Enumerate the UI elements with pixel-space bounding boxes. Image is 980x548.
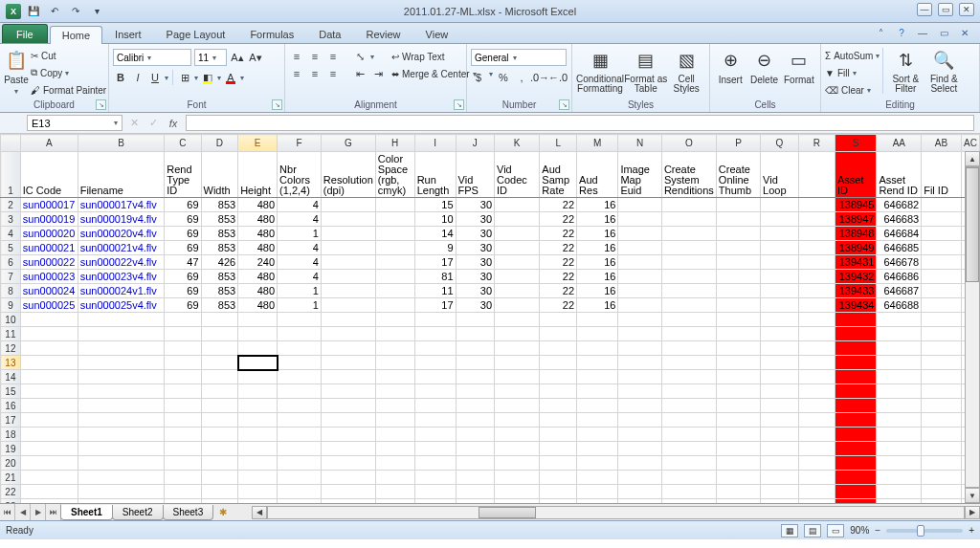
cell[interactable] [716,399,760,413]
cell[interactable] [321,442,375,456]
cell[interactable] [798,284,835,298]
cell[interactable]: 4 [278,241,322,255]
cell[interactable] [540,442,577,456]
cell[interactable] [798,255,835,270]
cell[interactable] [375,270,414,284]
mdi-restore-button[interactable]: ▭ [936,26,951,39]
cell[interactable] [495,313,540,327]
dialog-launcher-icon[interactable]: ↘ [96,99,106,110]
cell[interactable] [238,442,278,456]
cell[interactable] [922,198,962,212]
cell[interactable] [375,298,414,313]
cell[interactable] [661,442,716,456]
cell[interactable] [165,384,201,399]
cell[interactable] [375,341,414,356]
scroll-up-button[interactable]: ▲ [965,151,980,166]
name-box[interactable]: E13▾ [27,115,122,131]
cell[interactable] [456,499,494,504]
column-header[interactable]: L [540,135,577,152]
cell[interactable] [922,471,962,485]
cell[interactable] [835,413,877,427]
cell[interactable] [798,241,835,255]
cell[interactable] [456,427,494,442]
cell[interactable] [495,212,540,227]
cell[interactable] [238,384,278,399]
cell[interactable]: 646678 [877,255,922,270]
column-header[interactable]: AB [922,135,962,152]
cell[interactable] [922,384,962,399]
header-cell[interactable]: Resolution (dpi) [321,152,375,198]
cell[interactable] [414,471,456,485]
cell[interactable] [414,313,456,327]
cell[interactable] [922,313,962,327]
cell[interactable]: 480 [238,284,278,298]
cell[interactable] [165,427,201,442]
cell[interactable]: 22 [540,227,577,241]
cell[interactable] [877,456,922,471]
cell[interactable] [201,327,238,341]
orientation-button[interactable]: ⤡ [352,49,368,64]
cell[interactable] [716,313,760,327]
cell[interactable] [165,313,201,327]
cell[interactable] [761,298,798,313]
cell[interactable]: sun000017 [20,198,78,212]
cell[interactable]: 853 [201,241,238,255]
cell[interactable]: 4 [278,255,322,270]
font-name-combo[interactable]: Calibri▾ [113,49,191,66]
cell[interactable] [835,499,877,504]
cell[interactable]: sun000021v4.flv [78,241,165,255]
cell[interactable] [716,442,760,456]
cell[interactable] [540,327,577,341]
scroll-left-button[interactable]: ◀ [252,506,267,519]
cell[interactable] [495,241,540,255]
cell[interactable]: 16 [577,270,618,284]
row-header[interactable]: 22 [1,485,21,499]
cell[interactable] [618,255,662,270]
cell[interactable] [716,499,760,504]
cell[interactable] [78,399,165,413]
cell[interactable] [201,456,238,471]
cell[interactable]: 22 [540,241,577,255]
cell[interactable] [761,456,798,471]
column-header[interactable]: P [716,135,760,152]
cell[interactable] [716,485,760,499]
cell[interactable] [761,212,798,227]
cell[interactable] [761,442,798,456]
cell[interactable] [716,370,760,384]
cell[interactable] [201,370,238,384]
cell[interactable] [618,399,662,413]
cell[interactable] [238,485,278,499]
cell[interactable] [321,499,375,504]
cell[interactable] [495,442,540,456]
cell[interactable] [661,212,716,227]
cell[interactable]: 69 [165,227,201,241]
cell[interactable] [922,485,962,499]
cell[interactable] [456,313,494,327]
row-header[interactable]: 4 [1,227,21,241]
cell[interactable] [375,227,414,241]
vertical-scrollbar[interactable]: ▲ ▼ [965,151,980,503]
cell[interactable] [414,370,456,384]
sheet-tab-sheet2[interactable]: Sheet2 [112,505,164,520]
cell[interactable] [375,442,414,456]
cell[interactable] [78,356,165,370]
select-all-corner[interactable] [1,135,21,152]
cell[interactable] [922,255,962,270]
cell[interactable] [618,241,662,255]
cell[interactable] [577,442,618,456]
cell[interactable] [577,499,618,504]
zoom-out-button[interactable]: − [875,525,880,536]
cell[interactable] [78,341,165,356]
cell[interactable] [20,427,78,442]
cell[interactable] [877,356,922,370]
cell[interactable] [761,356,798,370]
cell[interactable]: sun000017v4.flv [78,198,165,212]
header-cell[interactable]: Vid FPS [456,152,494,198]
cell[interactable] [661,327,716,341]
cell[interactable]: 853 [201,198,238,212]
cell[interactable]: 853 [201,284,238,298]
cell[interactable] [165,499,201,504]
cell[interactable] [798,341,835,356]
row-header[interactable]: 16 [1,399,21,413]
cell[interactable] [321,298,375,313]
